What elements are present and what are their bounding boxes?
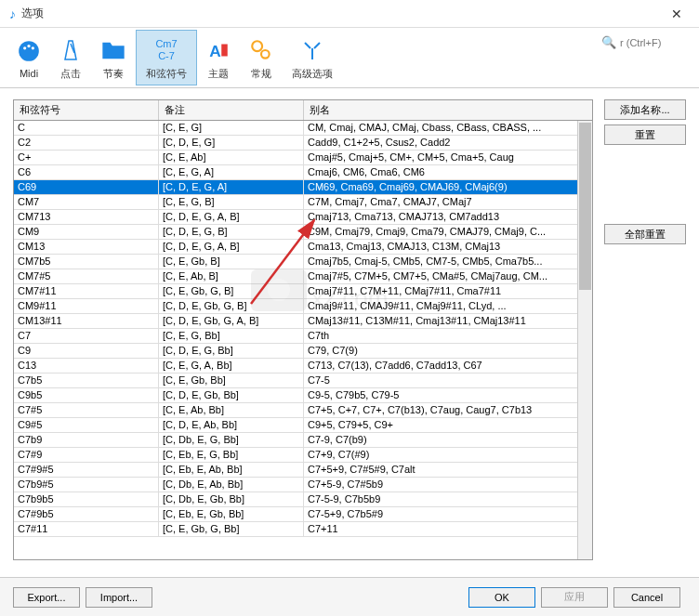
tab-click[interactable]: 点击 [50, 30, 91, 85]
cancel-button[interactable]: Cancel [613, 587, 680, 608]
table-row[interactable]: CM13#11[C, D, E, Gb, G, A, B]CMaj13#11, … [14, 314, 592, 329]
cell-notes: [C, E, Gb, B] [159, 255, 304, 269]
cell-symbol: C9#5 [14, 418, 159, 432]
tab-midi[interactable]: Midi [7, 30, 50, 85]
cell-symbol: C6 [14, 165, 159, 179]
import-button[interactable]: Import... [86, 587, 152, 608]
cell-symbol: CM9#11 [14, 299, 159, 313]
cell-symbol: CM7#5 [14, 269, 159, 283]
cell-symbol: C7b5 [14, 374, 159, 387]
cell-alias: Cmaj713, Cma713, CMAJ713, CM7add13 [304, 210, 592, 224]
table-row[interactable]: C7b9b5[C, Db, E, Gb, Bb]C7-5-9, C7b5b9 [14, 492, 592, 507]
cell-alias: C9M, Cmaj79, Cmaj9, Cma79, CMAJ79, CMaj9… [304, 225, 592, 239]
search-icon: 🔍 [601, 35, 616, 49]
cell-notes: [C, E, Gb, Bb] [159, 374, 304, 387]
metronome-icon [59, 35, 82, 65]
tab-general[interactable]: 常规 [240, 30, 283, 85]
col-notes[interactable]: 备注 [159, 100, 304, 120]
col-alias[interactable]: 别名 [304, 100, 592, 120]
table-row[interactable]: CM7[C, E, G, B]C7M, Cmaj7, Cma7, CMAJ7, … [14, 195, 592, 210]
cell-alias: C7M, Cmaj7, Cma7, CMAJ7, CMaj7 [304, 195, 592, 209]
ok-button[interactable]: OK [468, 587, 535, 608]
svg-text:A: A [209, 41, 221, 59]
cell-notes: [C, D, E, G, A, B] [159, 210, 304, 224]
cell-symbol: C13 [14, 359, 159, 373]
cell-alias: C7+5+9, C7#5#9, C7alt [304, 463, 592, 477]
search-input[interactable] [620, 37, 690, 48]
cell-symbol: C [14, 121, 159, 135]
cell-notes: [C, E, Gb, G, B] [159, 284, 304, 298]
cell-alias: C9+5, C79+5, C9+ [304, 418, 592, 432]
cell-notes: [C, D, E, Gb, G, A, B] [159, 314, 304, 328]
table-row[interactable]: C9b5[C, D, E, Gb, Bb]C9-5, C79b5, C79-5 [14, 388, 592, 403]
table-row[interactable]: C7#9b5[C, Eb, E, Gb, Bb]C7-5+9, C7b5#9 [14, 507, 592, 522]
table-row[interactable]: C7#5[C, E, Ab, Bb]C7+5, C+7, C7+, C7(b13… [14, 403, 592, 418]
cell-notes: [C, E, Gb, G, Bb] [159, 522, 304, 536]
table-row[interactable]: C7[C, E, G, Bb]C7th [14, 329, 592, 344]
folder-icon [100, 35, 126, 65]
table-row[interactable]: C7b9#5[C, Db, E, Ab, Bb]C7+5-9, C7#5b9 [14, 478, 592, 492]
cell-alias: Cadd9, C1+2+5, Csus2, Cadd2 [304, 136, 592, 150]
table-row[interactable]: CM13[C, D, E, G, A, B]Cma13, Cmaj13, CMA… [14, 240, 592, 255]
app-icon: ♪ [9, 7, 16, 21]
table-row[interactable]: C2[C, D, E, G]Cadd9, C1+2+5, Csus2, Cadd… [14, 136, 592, 151]
cell-alias: Cma13, Cmaj13, CMAJ13, C13M, CMaj13 [304, 240, 592, 254]
table-row[interactable]: C69[C, D, E, G, A]CM69, Cma69, Cmaj69, C… [14, 180, 592, 195]
cell-alias: C7-5 [304, 374, 592, 387]
search-box: 🔍 [601, 35, 690, 49]
table-row[interactable]: C7b5[C, E, Gb, Bb]C7-5 [14, 374, 592, 388]
palette-icon [17, 36, 41, 66]
table-row[interactable]: CM7#11[C, E, Gb, G, B]Cmaj7#11, C7M+11, … [14, 284, 592, 299]
table-row[interactable]: C+[C, E, Ab]Cmaj#5, Cmaj+5, CM+, CM+5, C… [14, 151, 592, 165]
tab-rhythm[interactable]: 节奏 [91, 30, 136, 85]
cell-symbol: C2 [14, 136, 159, 150]
table-row[interactable]: CM9#11[C, D, E, Gb, G, B]Cmaj9#11, CMAJ9… [14, 299, 592, 314]
add-name-button[interactable]: 添加名称... [604, 99, 686, 120]
cell-notes: [C, E, G, A, Bb] [159, 359, 304, 373]
table-row[interactable]: C9[C, D, E, G, Bb]C79, C7(9) [14, 344, 592, 359]
cell-alias: C7-9, C7(b9) [304, 433, 592, 447]
cell-notes: [C, D, E, G, Bb] [159, 344, 304, 358]
cell-symbol: C7b9b5 [14, 492, 159, 506]
table-row[interactable]: CM713[C, D, E, G, A, B]Cmaj713, Cma713, … [14, 210, 592, 225]
close-icon[interactable]: ✕ [664, 7, 690, 21]
cell-alias: CM, Cmaj, CMAJ, CMaj, Cbass, CBass, CBAS… [304, 121, 592, 135]
cell-symbol: C+ [14, 151, 159, 164]
cell-alias: C9-5, C79b5, C79-5 [304, 388, 592, 402]
tab-advanced[interactable]: 高级选项 [283, 30, 342, 85]
cell-symbol: CM7 [14, 195, 159, 209]
table-row[interactable]: CM9[C, D, E, G, B]C9M, Cmaj79, Cmaj9, Cm… [14, 225, 592, 240]
table-row[interactable]: C7#9#5[C, Eb, E, Ab, Bb]C7+5+9, C7#5#9, … [14, 463, 592, 478]
table-row[interactable]: CM7#5[C, E, Ab, B]Cmaj7#5, C7M+5, CM7+5,… [14, 269, 592, 284]
tab-chord-symbol[interactable]: Cm7 C-7 和弦符号 [136, 30, 197, 85]
table-row[interactable]: C9#5[C, D, E, Ab, Bb]C9+5, C79+5, C9+ [14, 418, 592, 433]
titlebar: ♪ 选项 ✕ [0, 0, 699, 28]
table-row[interactable]: C7#9[C, Eb, E, G, Bb]C7+9, C7(#9) [14, 448, 592, 463]
cell-notes: [C, D, E, G, A, B] [159, 240, 304, 254]
cell-symbol: CM713 [14, 210, 159, 224]
table-row[interactable]: CM7b5[C, E, Gb, B]Cmaj7b5, Cmaj-5, CMb5,… [14, 255, 592, 269]
table-row[interactable]: C7#11[C, E, Gb, G, Bb]C7+11 [14, 522, 592, 537]
table-row[interactable]: C[C, E, G]CM, Cmaj, CMAJ, CMaj, Cbass, C… [14, 121, 592, 136]
table-row[interactable]: C6[C, E, G, A]Cmaj6, CM6, Cma6, CM6 [14, 165, 592, 180]
cell-notes: [C, D, E, G] [159, 136, 304, 150]
tools-icon [301, 35, 323, 65]
toolbar: Midi 点击 节奏 Cm7 C-7 和弦符号 A 主题 常规 高级选项 🔍 [0, 28, 699, 88]
scrollbar[interactable] [577, 121, 592, 559]
col-symbol[interactable]: 和弦符号 [14, 100, 159, 120]
apply-button[interactable]: 应用 [541, 587, 608, 608]
export-button[interactable]: Export... [13, 587, 80, 608]
reset-all-button[interactable]: 全部重置 [604, 224, 686, 244]
table-row[interactable]: C7b9[C, Db, E, G, Bb]C7-9, C7(b9) [14, 433, 592, 448]
reset-button[interactable]: 重置 [604, 125, 686, 145]
table-row[interactable]: C13[C, E, G, A, Bb]C713, C7(13), C7add6,… [14, 359, 592, 374]
window-title: 选项 [21, 6, 664, 21]
cell-alias: CM69, Cma69, Cmaj69, CMAJ69, CMaj6(9) [304, 180, 592, 194]
cell-alias: C7-5+9, C7b5#9 [304, 507, 592, 521]
tab-theme[interactable]: A 主题 [197, 30, 240, 85]
cell-symbol: C7#9 [14, 448, 159, 462]
cell-notes: [C, E, Ab, Bb] [159, 403, 304, 417]
cell-notes: [C, E, G, A] [159, 165, 304, 179]
scrollbar-thumb[interactable] [579, 123, 591, 290]
bottom-bar: Export... Import... OK 应用 Cancel [0, 577, 699, 616]
